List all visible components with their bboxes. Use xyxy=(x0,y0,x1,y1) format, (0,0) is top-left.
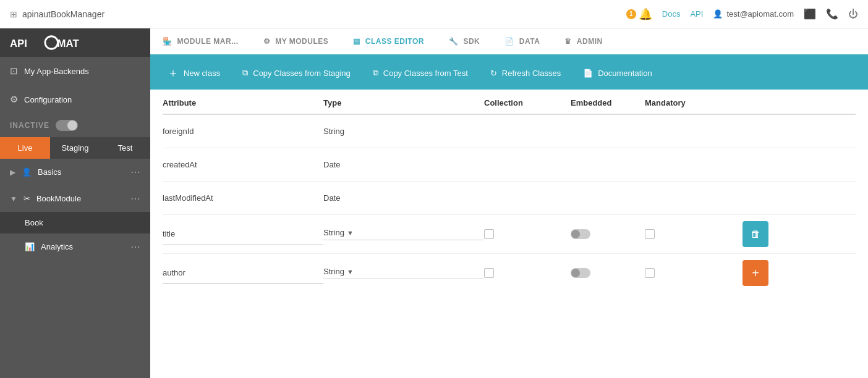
cell-title-mandatory[interactable] xyxy=(645,223,731,245)
main-layout: API MAT ⊡ My App-Backends ⚙ Configuratio… xyxy=(0,28,868,378)
copy-staging-button[interactable]: ⧉ Copy Classes from Staging xyxy=(232,62,360,84)
sidebar-logo: API MAT xyxy=(0,28,150,57)
tab-admin[interactable]: ♛ ADMIN xyxy=(552,28,615,56)
new-class-button[interactable]: ＋ New class xyxy=(158,59,230,86)
header-attribute: Attribute xyxy=(163,98,323,107)
tab-module-mar[interactable]: 🏪 MODULE MAR... xyxy=(150,28,251,56)
home-icon: ⊡ xyxy=(10,65,18,77)
notification-count: 1 xyxy=(626,9,636,19)
cell-foreign-id: foreignId xyxy=(163,120,323,142)
cell-title-attr[interactable]: title xyxy=(163,223,323,245)
cell-last-modified-at-collection xyxy=(484,192,571,204)
apiomat-logo: API MAT xyxy=(10,34,79,51)
bell-icon: 🔔 xyxy=(639,7,652,21)
mandatory-checkbox-author[interactable] xyxy=(645,268,655,278)
embedded-toggle-title[interactable] xyxy=(571,229,590,239)
book-module-more-icon[interactable]: ⋯ xyxy=(130,193,140,204)
collection-checkbox-title[interactable] xyxy=(484,229,494,239)
inactive-toggle[interactable] xyxy=(56,120,78,131)
table-row: author String ▼ xyxy=(163,254,856,292)
cell-author-mandatory[interactable] xyxy=(645,262,731,284)
tab-data[interactable]: 📄 DATA xyxy=(492,28,552,56)
analytics-label: Analytics xyxy=(41,242,73,251)
sidebar-item-book-module[interactable]: ▼ ✂ BookModule ⋯ xyxy=(0,185,150,212)
cell-created-at-actions xyxy=(731,159,768,171)
chevron-down-icon: ▼ xyxy=(10,195,17,203)
type-dropdown-title[interactable]: String ▼ xyxy=(323,228,484,240)
trash-icon: 🗑 xyxy=(751,229,760,240)
header-right: 1 🔔 Docs API 👤 test@apiomat.com ⬛ 📞 ⏻ xyxy=(626,7,858,21)
cell-title-embedded xyxy=(571,223,645,245)
cell-created-at-embedded xyxy=(571,159,645,171)
basics-more-icon[interactable]: ⋯ xyxy=(130,166,140,178)
embedded-toggle-author[interactable] xyxy=(571,268,590,278)
header-collection: Collection xyxy=(484,98,571,107)
env-tab-test[interactable]: Test xyxy=(100,137,150,159)
admin-icon: ♛ xyxy=(564,37,572,46)
docs-link[interactable]: Docs xyxy=(662,9,681,19)
cell-author-collection[interactable] xyxy=(484,262,571,284)
data-icon: 📄 xyxy=(504,37,514,46)
refresh-button[interactable]: ↻ Refresh Classes xyxy=(480,62,571,84)
notification-area[interactable]: 1 🔔 xyxy=(626,7,652,21)
mandatory-checkbox-title[interactable] xyxy=(645,229,655,239)
cell-foreign-id-collection xyxy=(484,125,571,138)
collection-checkbox-author[interactable] xyxy=(484,268,494,278)
cell-author-attr[interactable]: author xyxy=(163,262,323,284)
inactive-label: INACTIVE xyxy=(10,121,49,130)
top-header: ⊞ apinautBookManager 1 🔔 Docs API 👤 test… xyxy=(0,0,868,28)
screen-icon[interactable]: ⬛ xyxy=(804,8,816,20)
env-tab-staging[interactable]: Staging xyxy=(50,137,100,159)
copy-test-button[interactable]: ⧉ Copy Classes from Test xyxy=(363,62,478,84)
delete-title-button[interactable]: 🗑 xyxy=(742,221,768,247)
cell-created-at-type: Date xyxy=(323,154,484,175)
sidebar-item-configuration[interactable]: ⚙ Configuration xyxy=(0,85,150,114)
tab-class-editor[interactable]: ▤ CLASS EDITOR xyxy=(341,28,436,56)
toggle-knob xyxy=(571,269,580,277)
user-icon: 👤 xyxy=(713,9,723,19)
cell-title-actions: 🗑 xyxy=(731,215,768,253)
cell-title-collection[interactable] xyxy=(484,223,571,245)
power-icon[interactable]: ⏻ xyxy=(848,9,858,20)
class-icon: ▤ xyxy=(353,37,360,46)
type-dropdown-author[interactable]: String ▼ xyxy=(323,267,484,279)
sidebar-item-analytics[interactable]: 📊 Analytics ⋯ xyxy=(0,233,150,260)
cell-last-modified-at-mandatory xyxy=(645,192,731,204)
api-link[interactable]: API xyxy=(690,9,703,19)
sdk-icon: 🔧 xyxy=(449,37,459,46)
table-row: title String ▼ xyxy=(163,215,856,254)
svg-point-1 xyxy=(45,36,58,49)
tab-my-modules[interactable]: ⚙ MY MODULES xyxy=(251,28,341,56)
book-module-label: BookModule xyxy=(36,194,81,203)
analytics-more-icon[interactable]: ⋯ xyxy=(130,241,140,253)
cell-created-at: createdAt xyxy=(163,154,323,175)
header-actions xyxy=(731,98,768,107)
inactive-toggle-area: INACTIVE xyxy=(0,114,150,137)
cell-title-type[interactable]: String ▼ xyxy=(323,222,484,246)
svg-text:MAT: MAT xyxy=(57,38,79,49)
table-content: Attribute Type Collection Embedded Manda… xyxy=(150,90,868,378)
analytics-icon: 📊 xyxy=(25,242,35,251)
sidebar: API MAT ⊡ My App-Backends ⚙ Configuratio… xyxy=(0,28,150,378)
phone-icon[interactable]: 📞 xyxy=(826,8,838,20)
sidebar-item-label: Configuration xyxy=(24,95,72,104)
cell-last-modified-at: lastModifiedAt xyxy=(163,187,323,209)
module-icon: ✂ xyxy=(23,194,30,203)
cell-created-at-mandatory xyxy=(645,159,731,171)
cell-author-embedded xyxy=(571,262,645,284)
dropdown-arrow-icon: ▼ xyxy=(347,229,354,237)
sidebar-sections: ▶ 👤 Basics ⋯ ▼ ✂ BookModule ⋯ Book xyxy=(0,159,150,260)
sidebar-item-book[interactable]: Book xyxy=(0,212,150,233)
tab-sdk[interactable]: 🔧 SDK xyxy=(436,28,492,56)
config-icon: ⚙ xyxy=(10,94,18,105)
add-author-button[interactable]: + xyxy=(742,260,768,286)
svg-text:API: API xyxy=(10,38,27,49)
env-tab-live[interactable]: Live xyxy=(0,137,50,159)
nav-tabs: 🏪 MODULE MAR... ⚙ MY MODULES ▤ CLASS EDI… xyxy=(150,28,868,56)
user-email: test@apiomat.com xyxy=(726,9,794,19)
documentation-button[interactable]: 📄 Documentation xyxy=(573,62,662,84)
sidebar-item-basics[interactable]: ▶ 👤 Basics ⋯ xyxy=(0,159,150,185)
sidebar-item-my-app-backends[interactable]: ⊡ My App-Backends xyxy=(0,57,150,85)
cell-author-type[interactable]: String ▼ xyxy=(323,261,484,285)
modules-icon: ⚙ xyxy=(263,37,271,46)
